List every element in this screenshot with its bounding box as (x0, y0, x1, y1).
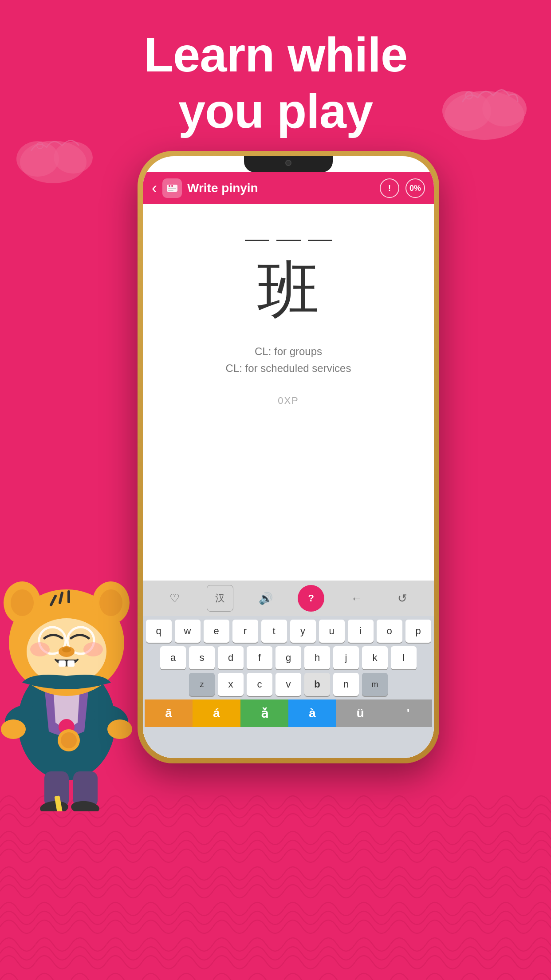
svg-point-6 (16, 141, 59, 177)
character-description: CL: for groups CL: for scheduled service… (226, 343, 351, 377)
title-line1: Learn while (0, 27, 551, 83)
tone-row: ā á ǎ à ü ' (145, 699, 432, 727)
blank-2 (276, 240, 301, 241)
keyboard-row-3: z x c v b n m (145, 673, 432, 696)
svg-rect-37 (59, 660, 66, 667)
svg-point-43 (171, 185, 173, 187)
key-t[interactable]: t (261, 620, 287, 643)
key-f[interactable]: f (247, 646, 272, 669)
svg-point-40 (83, 642, 103, 656)
backspace-button[interactable]: ← (343, 585, 370, 612)
svg-rect-44 (168, 188, 176, 189)
svg-point-13 (1, 719, 26, 739)
keyboard-row-2: a s d f g h j k l (145, 646, 432, 669)
keyboard: q w e r t y u i o p a s (143, 616, 434, 758)
svg-point-7 (54, 142, 93, 174)
progress-button[interactable]: 0% (405, 178, 425, 198)
app-content: 班 CL: for groups CL: for scheduled servi… (143, 204, 434, 758)
phone-notch (244, 156, 333, 172)
title-line2: you play (0, 83, 551, 139)
key-o[interactable]: o (377, 620, 402, 643)
back-button[interactable]: ‹ (152, 179, 157, 198)
svg-point-14 (107, 719, 132, 739)
key-j[interactable]: j (333, 646, 359, 669)
key-x[interactable]: x (218, 673, 244, 696)
key-p[interactable]: p (405, 620, 431, 643)
key-b[interactable]: b (304, 673, 330, 696)
header-actions: ! 0% (380, 178, 425, 198)
key-u[interactable]: u (319, 620, 345, 643)
key-y[interactable]: y (290, 620, 316, 643)
key-h[interactable]: h (304, 646, 330, 669)
tone-5-key[interactable]: ü (336, 699, 384, 727)
svg-point-27 (99, 589, 122, 616)
blank-3 (308, 240, 332, 241)
refresh-button[interactable]: ↺ (389, 585, 416, 612)
tone-3-key[interactable]: ǎ (240, 699, 288, 727)
svg-point-16 (61, 732, 77, 748)
hero-title: Learn while you play (0, 27, 551, 139)
favorite-button[interactable]: ♡ (161, 585, 188, 612)
key-c[interactable]: c (247, 673, 272, 696)
svg-point-42 (169, 185, 170, 187)
tiger-mascot (0, 510, 146, 811)
key-q[interactable]: q (146, 620, 172, 643)
keyboard-row-1: q w e r t y u i o p (145, 620, 432, 643)
key-z[interactable]: z (189, 673, 215, 696)
key-w[interactable]: w (175, 620, 201, 643)
key-e[interactable]: e (204, 620, 229, 643)
key-k[interactable]: k (362, 646, 388, 669)
alert-button[interactable]: ! (380, 178, 399, 198)
svg-point-39 (30, 642, 50, 656)
camera (285, 160, 291, 166)
key-d[interactable]: d (218, 646, 244, 669)
svg-point-36 (62, 647, 71, 652)
description-line2: CL: for scheduled services (226, 360, 351, 377)
hint-button[interactable]: ? (298, 585, 324, 612)
key-r[interactable]: r (232, 620, 258, 643)
blank-1 (245, 240, 269, 241)
key-n[interactable]: n (333, 673, 359, 696)
description-line1: CL: for groups (226, 343, 351, 360)
key-v[interactable]: v (276, 673, 301, 696)
tone-4-key[interactable]: à (288, 699, 336, 727)
hanzi-button[interactable]: 汉 (207, 585, 233, 612)
phone-screen: ‹ Write pinyin ! 0% (143, 156, 434, 758)
key-l[interactable]: l (391, 646, 417, 669)
key-g[interactable]: g (276, 646, 301, 669)
chinese-character: 班 (257, 259, 319, 321)
key-i[interactable]: i (348, 620, 374, 643)
key-m[interactable]: m (362, 673, 388, 696)
key-a[interactable]: a (160, 646, 186, 669)
tone-2-key[interactable]: á (193, 699, 240, 727)
pinyin-blanks (245, 240, 332, 241)
svg-point-25 (11, 589, 34, 616)
xp-display: 0XP (278, 395, 299, 407)
toolbar: ♡ 汉 🔊 ? ← ↺ (143, 581, 434, 616)
svg-rect-38 (67, 660, 75, 667)
tone-apostrophe-key[interactable]: ' (384, 699, 432, 727)
tone-1-key[interactable]: ā (145, 699, 193, 727)
app-icon (162, 178, 182, 198)
key-s[interactable]: s (189, 646, 215, 669)
svg-rect-45 (168, 190, 173, 191)
sound-button[interactable]: 🔊 (252, 585, 279, 612)
phone-frame: ‹ Write pinyin ! 0% (138, 151, 439, 763)
app-header: ‹ Write pinyin ! 0% (143, 172, 434, 204)
phone-mockup: ‹ Write pinyin ! 0% (138, 151, 439, 914)
screen-title: Write pinyin (187, 181, 380, 195)
